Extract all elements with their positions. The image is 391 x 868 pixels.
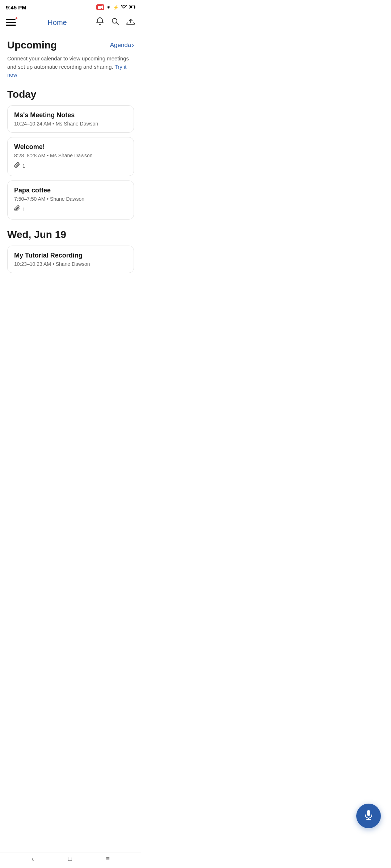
recording-indicator-icon xyxy=(96,4,104,10)
meeting-title-3: Papa coffee xyxy=(14,187,127,194)
upcoming-title: Upcoming xyxy=(7,39,57,51)
upload-icon[interactable] xyxy=(126,17,135,28)
bell-icon[interactable] xyxy=(96,17,104,28)
upcoming-description: Connect your calendar to view upcoming m… xyxy=(7,55,134,79)
nav-icons xyxy=(96,17,135,28)
meeting-meta-3: 7:50–7:50 AM • Shane Dawson xyxy=(14,196,127,202)
meeting-title-1: Ms's Meeting Notes xyxy=(14,111,127,119)
svg-rect-4 xyxy=(135,7,135,8)
meeting-badge-2: 1 xyxy=(14,162,127,170)
status-bar: 9:45 PM ⁕ ⚡ xyxy=(0,0,141,13)
meeting-meta-wed-1: 10:23–10:23 AM • Shane Dawson xyxy=(14,261,127,267)
upcoming-header: Upcoming Agenda › xyxy=(7,39,134,51)
status-icons: ⁕ ⚡ xyxy=(96,4,135,10)
top-nav: Home xyxy=(0,13,141,32)
clip-icon-2 xyxy=(14,162,21,170)
meeting-card-1[interactable]: Ms's Meeting Notes 10:24–10:24 AM • Ms S… xyxy=(7,105,134,133)
meeting-card-2[interactable]: Welcome! 8:28–8:28 AM • Ms Shane Dawson … xyxy=(7,137,134,176)
svg-line-6 xyxy=(117,23,119,25)
svg-marker-1 xyxy=(101,5,103,9)
today-section: Today Ms's Meeting Notes 10:24–10:24 AM … xyxy=(7,89,134,220)
main-content: Upcoming Agenda › Connect your calendar … xyxy=(0,32,141,321)
svg-rect-3 xyxy=(130,6,132,8)
clip-icon-3 xyxy=(14,205,21,213)
wednesday-section: Wed, Jun 19 My Tutorial Recording 10:23–… xyxy=(7,229,134,273)
wednesday-title: Wed, Jun 19 xyxy=(7,229,134,241)
meeting-card-wed-1[interactable]: My Tutorial Recording 10:23–10:23 AM • S… xyxy=(7,246,134,273)
battery-icon xyxy=(129,4,135,10)
meeting-title-2: Welcome! xyxy=(14,143,127,151)
meeting-meta-2: 8:28–8:28 AM • Ms Shane Dawson xyxy=(14,153,127,158)
status-time: 9:45 PM xyxy=(6,4,26,10)
today-title: Today xyxy=(7,89,134,100)
meeting-badge-3: 1 xyxy=(14,205,127,213)
menu-button[interactable] xyxy=(6,16,19,29)
agenda-link[interactable]: Agenda › xyxy=(110,42,134,49)
meeting-meta-1: 10:24–10:24 AM • Ms Shane Dawson xyxy=(14,121,127,127)
meeting-title-wed-1: My Tutorial Recording xyxy=(14,252,127,259)
svg-rect-0 xyxy=(98,6,101,9)
wifi-icon xyxy=(121,4,127,10)
search-icon[interactable] xyxy=(111,17,119,28)
bolt-icon: ⚡ xyxy=(113,5,119,10)
bluetooth-icon: ⁕ xyxy=(106,4,111,10)
menu-notification-dot xyxy=(15,17,18,20)
nav-title: Home xyxy=(23,18,91,27)
meeting-card-3[interactable]: Papa coffee 7:50–7:50 AM • Shane Dawson … xyxy=(7,180,134,220)
